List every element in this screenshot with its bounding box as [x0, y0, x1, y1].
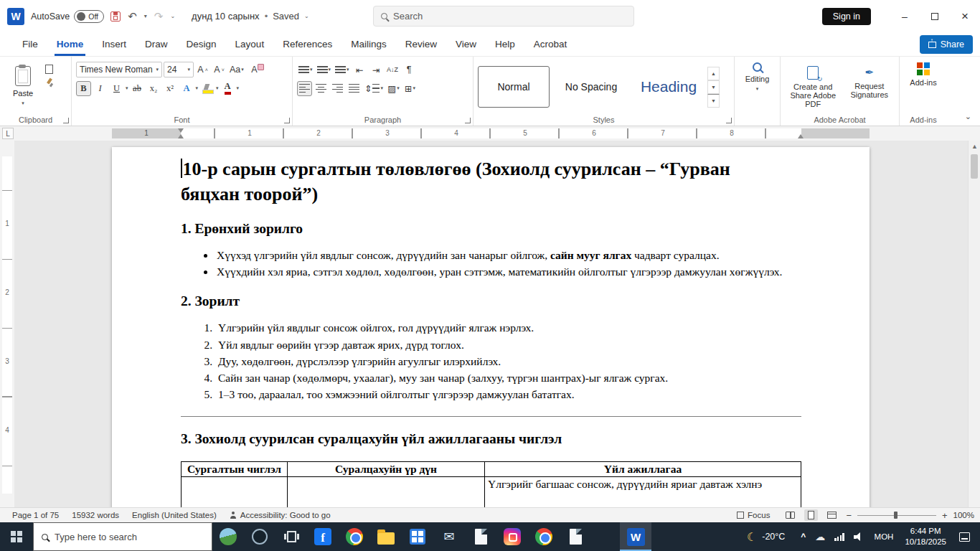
- bold-button[interactable]: B: [76, 81, 91, 96]
- read-mode-button[interactable]: [783, 509, 797, 521]
- align-center-button[interactable]: [314, 81, 329, 96]
- save-status-chevron[interactable]: ⌄: [304, 13, 309, 19]
- table-header-cell[interactable]: Үйл ажиллагаа: [485, 462, 801, 477]
- menu-tab-references[interactable]: References: [273, 32, 341, 56]
- shading-button[interactable]: ▨▾: [386, 81, 401, 96]
- minimize-button[interactable]: –: [890, 0, 920, 32]
- undo-icon[interactable]: ↶: [128, 10, 137, 23]
- share-button[interactable]: Share: [920, 35, 973, 54]
- taskbar-task-view-button[interactable]: [275, 522, 307, 551]
- editing-button[interactable]: Editing ▾: [735, 57, 780, 113]
- line-spacing-button[interactable]: ⇕▾: [363, 81, 385, 96]
- maximize-button[interactable]: [920, 0, 950, 32]
- network-icon[interactable]: [834, 533, 844, 541]
- close-button[interactable]: ×: [950, 0, 980, 32]
- scroll-up-icon[interactable]: ▲: [969, 143, 980, 150]
- styles-scroll-up-icon[interactable]: ▲: [707, 67, 720, 80]
- right-indent-marker[interactable]: [798, 134, 804, 138]
- menu-tab-insert[interactable]: Insert: [93, 32, 136, 56]
- word-count[interactable]: 15932 words: [65, 511, 126, 519]
- shrink-font-button[interactable]: A˅: [212, 62, 227, 77]
- underline-chevron[interactable]: ▾: [126, 85, 128, 91]
- vertical-scrollbar[interactable]: ▲: [968, 141, 980, 507]
- format-painter-icon[interactable]: [45, 78, 54, 88]
- font-size-combo[interactable]: 24 ▾: [164, 62, 194, 77]
- text-effects-chevron[interactable]: ▾: [196, 85, 199, 91]
- menu-tab-draw[interactable]: Draw: [136, 32, 177, 56]
- align-left-button[interactable]: [297, 81, 312, 96]
- menu-tab-home[interactable]: Home: [47, 32, 93, 56]
- clear-formatting-button[interactable]: A: [247, 62, 262, 77]
- change-case-button[interactable]: Aa▾: [228, 62, 245, 77]
- autosave-toggle[interactable]: Off: [74, 10, 104, 23]
- start-button[interactable]: [0, 522, 33, 551]
- zoom-slider-thumb[interactable]: [894, 512, 897, 519]
- document-heading-title[interactable]: 10-р сарын сургалтын төлөвлөгөө (Зохиолд…: [181, 156, 780, 207]
- customize-qat-chevron[interactable]: ⌄: [170, 13, 175, 19]
- taskbar-chrome-button[interactable]: [339, 522, 370, 551]
- list-item[interactable]: Үлгэрийн үйл явдлыг сонсож ойлгох, гол д…: [215, 321, 801, 335]
- onedrive-cloud-icon[interactable]: ☁: [815, 531, 825, 542]
- volume-icon[interactable]: [854, 532, 863, 541]
- list-item[interactable]: Хүүхэд үлгэрийн үйл явдлыг сонсож, дүрүү…: [215, 248, 801, 263]
- sign-in-button[interactable]: Sign in: [822, 8, 871, 25]
- sort-button[interactable]: A↓Z: [385, 62, 400, 77]
- taskbar-clock[interactable]: 6:44 PM 10/18/2025: [897, 526, 953, 547]
- taskbar-document2-button[interactable]: [560, 522, 591, 551]
- list-item[interactable]: Хүүхдийн хэл яриа, сэтгэл хөдлөл, хөдөлг…: [215, 265, 801, 279]
- section1-heading[interactable]: 1. Ерөнхий зорилго: [181, 221, 801, 237]
- styles-scroll-down-icon[interactable]: ▼: [707, 80, 720, 94]
- zoom-slider[interactable]: [857, 511, 936, 519]
- taskbar-store-button[interactable]: [402, 522, 433, 551]
- menu-tab-design[interactable]: Design: [177, 32, 226, 56]
- italic-button[interactable]: I: [93, 81, 108, 96]
- numbered-list-button[interactable]: ▾: [316, 62, 333, 77]
- align-right-button[interactable]: [330, 81, 345, 96]
- list-item[interactable]: Сайн зан чанар (хөдөлмөрч, ухаалаг), муу…: [215, 371, 801, 385]
- horizontal-ruler[interactable]: L 1 2 3 4 5 6 7 8 1: [0, 126, 980, 141]
- menu-tab-acrobat[interactable]: Acrobat: [524, 32, 577, 56]
- subscript-button[interactable]: x₂: [146, 81, 161, 96]
- hidden-icons-chevron[interactable]: ^: [801, 532, 806, 542]
- superscript-button[interactable]: x²: [163, 81, 178, 96]
- section2-heading[interactable]: 2. Зорилт: [181, 293, 801, 309]
- taskbar-search-box[interactable]: Type here to search: [33, 522, 212, 551]
- decrease-indent-button[interactable]: ⇤: [352, 62, 367, 77]
- page-indicator[interactable]: Page 1 of 75: [6, 511, 65, 519]
- addins-button[interactable]: Add-ins: [900, 57, 947, 113]
- pilcrow-button[interactable]: ¶: [402, 62, 417, 77]
- bullet-list-button[interactable]: ▾: [297, 62, 314, 77]
- menu-tab-mailings[interactable]: Mailings: [341, 32, 396, 56]
- style-normal[interactable]: Normal: [478, 66, 550, 108]
- table-header-cell[interactable]: Сургалтын чиглэл: [182, 462, 288, 477]
- language-indicator[interactable]: English (United States): [126, 511, 223, 519]
- request-signatures-button[interactable]: ✒ Request Signatures: [844, 60, 895, 113]
- text-effects-button[interactable]: A: [179, 81, 194, 96]
- paragraph-dialog-launcher[interactable]: [465, 118, 471, 123]
- menu-tab-review[interactable]: Review: [396, 32, 446, 56]
- search-box[interactable]: Search: [373, 6, 634, 27]
- undo-dropdown-chevron[interactable]: ▾: [144, 13, 147, 19]
- document-page[interactable]: 10-р сарын сургалтын төлөвлөгөө (Зохиолд…: [112, 147, 870, 507]
- taskbar-cortana-button[interactable]: [244, 522, 275, 551]
- strikethrough-button[interactable]: ab: [130, 81, 145, 96]
- borders-button[interactable]: ⊞▾: [402, 81, 418, 96]
- zoom-in-button[interactable]: +: [942, 510, 948, 521]
- taskbar-weather[interactable]: ☾ -20°C: [738, 530, 793, 544]
- underline-button[interactable]: U: [109, 81, 124, 96]
- taskbar-instagram-button[interactable]: [496, 522, 528, 551]
- section1-bullet-list[interactable]: Хүүхэд үлгэрийн үйл явдлыг сонсож, дүрүү…: [181, 248, 801, 279]
- font-name-combo[interactable]: Times New Roman ▾: [76, 62, 162, 77]
- section3-heading[interactable]: 3. Зохиолд суурилсан суралцахуйн үйл ажи…: [181, 431, 801, 447]
- collapse-ribbon-chevron[interactable]: ⌄: [965, 112, 971, 121]
- table-header-cell[interactable]: Суралцахуйн үр дүн: [288, 462, 485, 477]
- zoom-out-button[interactable]: −: [846, 510, 852, 521]
- table-cell[interactable]: [288, 477, 485, 507]
- taskbar-facebook-button[interactable]: f: [307, 522, 339, 551]
- hanging-indent-marker[interactable]: [178, 134, 184, 138]
- font-color-chevron[interactable]: ▾: [237, 85, 240, 91]
- style-no-spacing[interactable]: No Spacing: [555, 66, 627, 108]
- highlight-chevron[interactable]: ▾: [216, 85, 219, 91]
- create-pdf-button[interactable]: Create and Share Adobe PDF: [785, 60, 841, 113]
- clipboard-dialog-launcher[interactable]: [63, 118, 69, 123]
